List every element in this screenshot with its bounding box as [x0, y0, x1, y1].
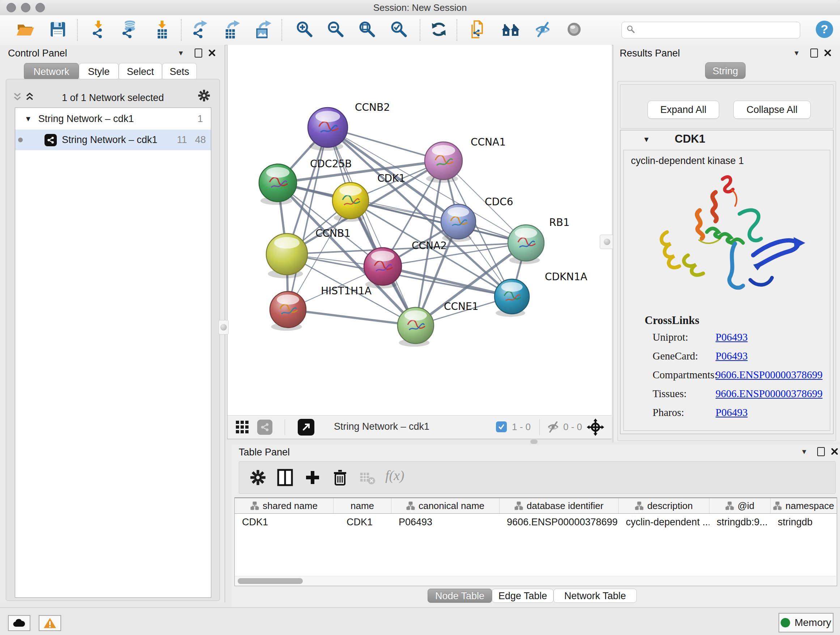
- crosslink-genecard-link[interactable]: P06493: [715, 350, 748, 362]
- cell-name[interactable]: CDK1: [333, 514, 392, 530]
- table-panel-float-button[interactable]: [815, 445, 827, 458]
- column-header-canonical-name[interactable]: canonical name: [392, 498, 500, 513]
- import-table-icon: [152, 19, 172, 41]
- column-header-namespace[interactable]: namespace: [771, 498, 837, 513]
- cell-database-identifier[interactable]: 9606.ENSP00000378699: [500, 514, 619, 530]
- cell-at-id[interactable]: stringdb:9...: [709, 514, 771, 530]
- export-table-button[interactable]: [221, 20, 242, 40]
- import-network-database-button[interactable]: [118, 20, 139, 40]
- toolbar-search-box[interactable]: [622, 22, 800, 38]
- column-header-name[interactable]: name: [333, 498, 392, 513]
- tab-sets[interactable]: Sets: [162, 63, 197, 80]
- control-panel-close-button[interactable]: [206, 47, 218, 59]
- network-node-CDK1[interactable]: CDK1: [332, 172, 405, 222]
- table-panel-close-button[interactable]: [829, 445, 840, 458]
- table-row[interactable]: CDK1 CDK1 P06493 9606.ENSP00000378699 cy…: [235, 514, 837, 530]
- network-node-RB1[interactable]: RB1: [508, 217, 569, 264]
- export-image-button[interactable]: [253, 20, 273, 40]
- search-icon: [626, 25, 636, 35]
- zoom-selected-button[interactable]: [389, 20, 409, 40]
- string-network-graph[interactable]: CCNB2CCNA1CDC25BCDK1CDC6RB1CCNB1CCNA2CDK…: [227, 45, 612, 415]
- results-panel-float-button[interactable]: [808, 47, 820, 59]
- tab-edge-table[interactable]: Edge Table: [492, 589, 554, 603]
- results-panel-close-button[interactable]: [821, 47, 834, 59]
- right-splitter-handle[interactable]: [600, 234, 614, 249]
- cloud-status-button[interactable]: [8, 615, 30, 631]
- crosslink-pharos-link[interactable]: P06493: [715, 407, 748, 418]
- table-options-button[interactable]: [250, 470, 266, 487]
- network-edge-count: 48: [195, 134, 206, 146]
- zoom-in-button[interactable]: [294, 20, 315, 40]
- tab-node-table[interactable]: Node Table: [428, 589, 492, 603]
- save-session-button[interactable]: [48, 20, 68, 40]
- export-network-button[interactable]: [189, 20, 210, 40]
- network-options-button[interactable]: [198, 89, 210, 102]
- crosslink-uniprot-link[interactable]: P06493: [715, 331, 748, 343]
- hidden-indicator[interactable]: [546, 420, 561, 435]
- houses-button[interactable]: [501, 20, 521, 40]
- network-node-CDKN1A[interactable]: CDKN1A: [494, 271, 587, 317]
- network-view-badge[interactable]: [257, 420, 272, 435]
- network-edge[interactable]: [288, 310, 416, 325]
- cell-canonical-name[interactable]: P06493: [392, 514, 500, 530]
- tab-network-table[interactable]: Network Table: [554, 589, 637, 603]
- cell-description[interactable]: cyclin-dependent ...: [619, 514, 709, 530]
- network-tree-child-row[interactable]: String Network – cdk1 11 48: [15, 130, 211, 150]
- tab-string[interactable]: String: [705, 62, 745, 79]
- hide-selected-button[interactable]: [532, 20, 553, 40]
- zoom-out-button[interactable]: [325, 20, 346, 40]
- cell-namespace[interactable]: stringdb: [771, 514, 837, 530]
- pan-tool-button[interactable]: [586, 418, 605, 438]
- import-network-file-button[interactable]: [88, 20, 109, 40]
- tab-style[interactable]: Style: [79, 63, 118, 80]
- tab-network[interactable]: Network: [24, 63, 79, 80]
- show-grid-button[interactable]: [235, 420, 249, 435]
- column-header-at-id[interactable]: @id: [709, 498, 771, 513]
- results-panel-menu-button[interactable]: ▼: [790, 47, 803, 59]
- selected-checkbox[interactable]: [496, 421, 507, 432]
- network-node-HIST1H1A[interactable]: HIST1H1A: [270, 285, 371, 331]
- network-node-CCNA1[interactable]: CCNA1: [425, 136, 506, 183]
- table-panel-menu-button[interactable]: ▼: [798, 445, 810, 458]
- footer-divider: [539, 419, 540, 435]
- network-canvas[interactable]: CCNB2CCNA1CDC25BCDK1CDC6RB1CCNB1CCNA2CDK…: [227, 45, 612, 415]
- tab-select[interactable]: Select: [118, 63, 162, 80]
- help-button[interactable]: ?: [814, 20, 835, 40]
- annotation-documents-button[interactable]: [468, 20, 488, 40]
- left-splitter-handle[interactable]: [218, 320, 229, 334]
- open-session-button[interactable]: [15, 20, 35, 40]
- collapse-all-button[interactable]: Collapse All: [733, 101, 811, 119]
- horizontal-scrollbar-thumb[interactable]: [238, 578, 303, 584]
- lens-button[interactable]: [564, 20, 584, 40]
- horizontal-splitter-handle[interactable]: [531, 440, 538, 444]
- expand-all-button[interactable]: Expand All: [647, 101, 719, 119]
- cell-shared-name[interactable]: CDK1: [235, 514, 333, 530]
- traffic-light-close[interactable]: [6, 3, 16, 12]
- delete-column-button[interactable]: [332, 469, 348, 488]
- zoom-fit-button[interactable]: [357, 20, 377, 40]
- control-panel-float-button[interactable]: [192, 47, 204, 59]
- traffic-light-zoom[interactable]: [35, 3, 45, 12]
- network-tree-root-row[interactable]: ▼ String Network – cdk1 1: [15, 108, 211, 130]
- warning-status-button[interactable]: [39, 615, 61, 631]
- add-column-button[interactable]: [304, 469, 321, 488]
- control-panel-menu-button[interactable]: ▼: [175, 47, 187, 59]
- import-table-button[interactable]: [152, 20, 172, 40]
- column-header-database-identifier[interactable]: database identifier: [500, 498, 619, 513]
- memory-button[interactable]: Memory: [778, 613, 834, 632]
- tree-expander-icon[interactable]: ▼: [25, 115, 32, 123]
- share-icon: [260, 423, 270, 432]
- show-columns-button[interactable]: [277, 469, 294, 488]
- entry-collapse-button[interactable]: ▼: [643, 135, 650, 144]
- detach-view-button[interactable]: [298, 419, 314, 435]
- traffic-light-minimize[interactable]: [21, 3, 30, 12]
- network-edge[interactable]: [383, 266, 512, 296]
- search-input[interactable]: [638, 25, 796, 35]
- column-header-shared-name[interactable]: shared name: [235, 498, 333, 513]
- column-header-description[interactable]: description: [619, 498, 709, 513]
- annotation-documents-icon: [469, 19, 488, 41]
- crosslink-tissues-link[interactable]: 9606.ENSP00000378699: [715, 388, 823, 400]
- horizontal-scrollbar[interactable]: [235, 576, 836, 586]
- crosslink-compartments-link[interactable]: 9606.ENSP00000378699: [715, 369, 823, 381]
- update-view-button[interactable]: [429, 20, 449, 40]
